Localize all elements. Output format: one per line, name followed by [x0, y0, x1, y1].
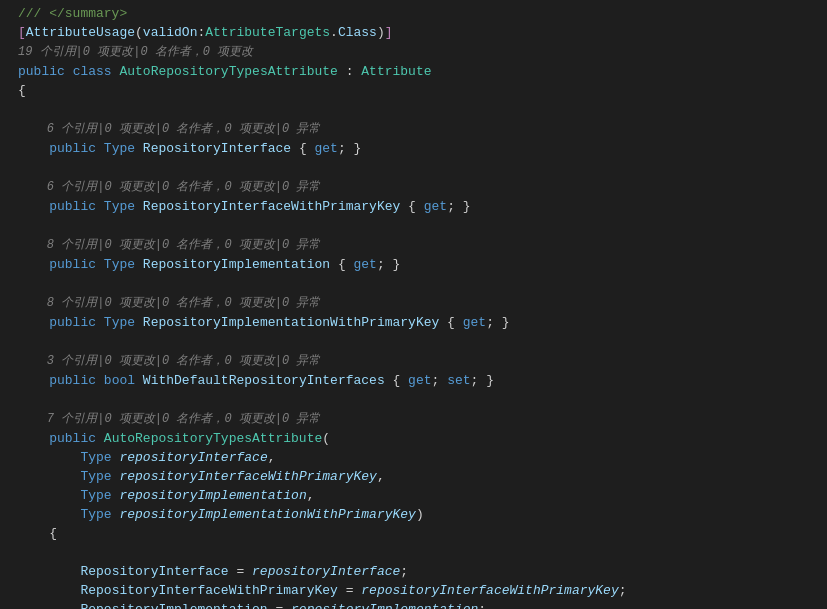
token-info: 3 个引用|0 项更改|0 名作者，0 项更改|0 异常 [18, 354, 320, 368]
code-line: public class AutoRepositoryTypesAttribut… [0, 62, 827, 81]
code-line [0, 332, 827, 351]
token-kw: Type [104, 257, 135, 272]
code-line [0, 543, 827, 562]
token-assign-val: repositoryImplementation [291, 602, 478, 609]
token-plain [135, 199, 143, 214]
code-line: RepositoryImplementation = repositoryImp… [0, 600, 827, 609]
token-plain [18, 450, 80, 465]
token-kw: class [73, 64, 112, 79]
line-content: /// </summary> [18, 4, 819, 23]
token-kw: public [18, 373, 96, 388]
code-line: 8 个引用|0 项更改|0 名作者，0 项更改|0 异常 [0, 235, 827, 255]
code-line: [AttributeUsage(validOn:AttributeTargets… [0, 23, 827, 42]
token-kw: Type [80, 507, 111, 522]
token-plain [135, 141, 143, 156]
token-kw: get [354, 257, 377, 272]
code-line: public Type RepositoryImplementation { g… [0, 255, 827, 274]
token-kw: get [315, 141, 338, 156]
line-content: public class AutoRepositoryTypesAttribut… [18, 62, 819, 81]
token-prop: RepositoryInterfaceWithPrimaryKey [143, 199, 400, 214]
token-plain [135, 257, 143, 272]
token-info: 6 个引用|0 项更改|0 名作者，0 项更改|0 异常 [18, 180, 320, 194]
token-class-name: AutoRepositoryTypesAttribute [104, 431, 322, 446]
token-info: 8 个引用|0 项更改|0 名作者，0 项更改|0 异常 [18, 238, 320, 252]
token-kw: public [18, 141, 96, 156]
code-line: 7 个引用|0 项更改|0 名作者，0 项更改|0 异常 [0, 409, 827, 429]
line-content: RepositoryImplementation = repositoryImp… [18, 600, 819, 609]
token-plain [18, 602, 80, 609]
token-prop: RepositoryImplementationWithPrimaryKey [143, 315, 439, 330]
token-plain: , [307, 488, 315, 503]
token-plain: , [268, 450, 276, 465]
code-line: 8 个引用|0 项更改|0 名作者，0 项更改|0 异常 [0, 293, 827, 313]
token-plain: ( [322, 431, 330, 446]
code-line [0, 100, 827, 119]
token-plain: ; [400, 564, 408, 579]
token-plain: ; [619, 583, 627, 598]
token-plain: ; } [486, 315, 509, 330]
token-class-name: AutoRepositoryTypesAttribute [119, 64, 337, 79]
token-kw: bool [104, 373, 135, 388]
line-content: { [18, 524, 819, 543]
token-plain [96, 315, 104, 330]
token-class-name: AttributeTargets [205, 25, 330, 40]
token-plain [96, 141, 104, 156]
token-plain: ; [478, 602, 486, 609]
line-content: 8 个引用|0 项更改|0 名作者，0 项更改|0 异常 [18, 293, 819, 313]
token-plain [135, 315, 143, 330]
code-line: public bool WithDefaultRepositoryInterfa… [0, 371, 827, 390]
token-kw: public [18, 431, 96, 446]
token-kw: public [18, 64, 65, 79]
code-line: 6 个引用|0 项更改|0 名作者，0 项更改|0 异常 [0, 177, 827, 197]
line-content: { [18, 81, 819, 100]
line-content [18, 543, 819, 562]
token-kw: set [447, 373, 470, 388]
code-line: { [0, 81, 827, 100]
token-prop: RepositoryImplementation [143, 257, 330, 272]
token-plain [18, 469, 80, 484]
code-line: Type repositoryImplementation, [0, 486, 827, 505]
token-plain: ) [416, 507, 424, 522]
token-prop: RepositoryInterfaceWithPrimaryKey [80, 583, 337, 598]
line-content [18, 216, 819, 235]
token-plain [18, 564, 80, 579]
line-content: public Type RepositoryInterfaceWithPrima… [18, 197, 819, 216]
code-line: public Type RepositoryInterfaceWithPrima… [0, 197, 827, 216]
token-plain: = [268, 602, 291, 609]
line-content [18, 332, 819, 351]
line-content: RepositoryInterfaceWithPrimaryKey = repo… [18, 581, 819, 600]
line-content: 7 个引用|0 项更改|0 名作者，0 项更改|0 异常 [18, 409, 819, 429]
token-plain: { [400, 199, 423, 214]
code-line: Type repositoryImplementationWithPrimary… [0, 505, 827, 524]
token-info: 7 个引用|0 项更改|0 名作者，0 项更改|0 异常 [18, 412, 320, 426]
token-plain: { [385, 373, 408, 388]
token-kw: Type [80, 469, 111, 484]
token-plain: = [229, 564, 252, 579]
line-content: Type repositoryInterfaceWithPrimaryKey, [18, 467, 819, 486]
line-content: 6 个引用|0 项更改|0 名作者，0 项更改|0 异常 [18, 119, 819, 139]
line-content [18, 274, 819, 293]
line-content: [AttributeUsage(validOn:AttributeTargets… [18, 23, 819, 42]
token-kw: get [408, 373, 431, 388]
token-comment: /// </summary> [18, 6, 127, 21]
token-meta: ] [385, 25, 393, 40]
line-content: public Type RepositoryImplementationWith… [18, 313, 819, 332]
token-kw: public [18, 315, 96, 330]
token-plain: , [377, 469, 385, 484]
token-info: 19 个引用|0 项更改|0 名作者，0 项更改 [18, 45, 253, 59]
token-plain [65, 64, 73, 79]
line-content: 3 个引用|0 项更改|0 名作者，0 项更改|0 异常 [18, 351, 819, 371]
code-line: Type repositoryInterface, [0, 448, 827, 467]
token-plain: ; } [377, 257, 400, 272]
token-plain: = [338, 583, 361, 598]
line-content: public Type RepositoryImplementation { g… [18, 255, 819, 274]
token-info: 6 个引用|0 项更改|0 名作者，0 项更改|0 异常 [18, 122, 320, 136]
line-content: public bool WithDefaultRepositoryInterfa… [18, 371, 819, 390]
token-assign-val: repositoryInterface [252, 564, 400, 579]
code-line: RepositoryInterface = repositoryInterfac… [0, 562, 827, 581]
token-plain: . [330, 25, 338, 40]
code-line [0, 158, 827, 177]
code-line: Type repositoryInterfaceWithPrimaryKey, [0, 467, 827, 486]
token-plain [96, 431, 104, 446]
token-plain: ; [432, 373, 448, 388]
